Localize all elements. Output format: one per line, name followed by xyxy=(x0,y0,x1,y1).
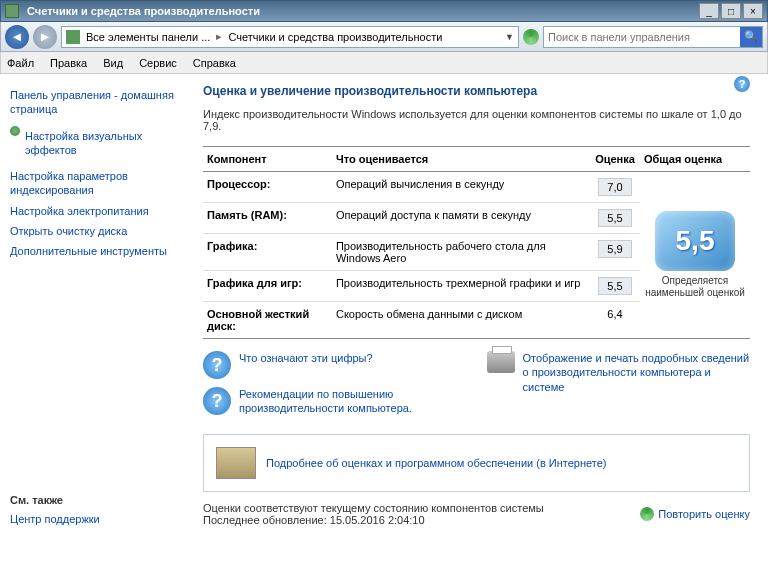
sidebar-power[interactable]: Настройка электропитания xyxy=(10,204,185,218)
sidebar-indexing[interactable]: Настройка параметров индексирования xyxy=(10,169,185,198)
chevron-right-icon: ▸ xyxy=(216,30,222,43)
refresh-icon[interactable] xyxy=(523,29,539,45)
menu-view[interactable]: Вид xyxy=(103,57,123,69)
app-icon xyxy=(5,4,19,18)
score-table: Компонент Что оценивается Оценка Общая о… xyxy=(203,146,750,339)
question-icon: ? xyxy=(203,351,231,379)
component-desc: Скорость обмена данными с диском xyxy=(332,302,590,339)
component-desc: Операций доступа к памяти в секунду xyxy=(332,203,590,234)
printer-icon xyxy=(487,351,515,373)
table-row: Процессор:Операций вычисления в секунду7… xyxy=(203,172,750,203)
software-icon xyxy=(216,447,256,479)
base-score-badge: 5,5 xyxy=(655,211,735,271)
search-button[interactable]: 🔍 xyxy=(740,27,762,47)
menu-file[interactable]: Файл xyxy=(7,57,34,69)
minimize-button[interactable]: _ xyxy=(699,3,719,19)
back-button[interactable]: ◄ xyxy=(5,25,29,49)
page-title: Оценка и увеличение производительности к… xyxy=(203,84,750,98)
sidebar-visual-effects[interactable]: Настройка визуальных эффектов xyxy=(25,129,185,158)
component-desc: Производительность рабочего стола для Wi… xyxy=(332,234,590,271)
sidebar-tools[interactable]: Дополнительные инструменты xyxy=(10,244,185,258)
help-icon[interactable]: ? xyxy=(734,76,750,92)
component-desc: Производительность трехмерной графики и … xyxy=(332,271,590,302)
maximize-button[interactable]: □ xyxy=(721,3,741,19)
page-desc: Индекс производительности Windows исполь… xyxy=(203,108,750,132)
component-name: Графика для игр: xyxy=(203,271,332,302)
link-tips[interactable]: Рекомендации по повышению производительн… xyxy=(239,387,467,416)
last-update: Последнее обновление: 15.05.2016 2:04:10 xyxy=(203,514,544,526)
info-box: Подробнее об оценках и программном обесп… xyxy=(203,434,750,492)
sidebar: Панель управления - домашняя страница На… xyxy=(0,74,195,575)
component-score: 7,0 xyxy=(590,172,640,203)
chevron-down-icon[interactable]: ▼ xyxy=(505,32,514,42)
menu-help[interactable]: Справка xyxy=(193,57,236,69)
search-input[interactable] xyxy=(544,31,740,43)
window-title: Счетчики и средства производительности xyxy=(23,5,699,17)
component-score: 5,5 xyxy=(590,203,640,234)
component-name: Графика: xyxy=(203,234,332,271)
seealso-heading: См. также xyxy=(10,494,185,506)
menu-edit[interactable]: Правка xyxy=(50,57,87,69)
base-score-text: Определяется наименьшей оценкой xyxy=(644,275,746,299)
breadcrumb[interactable]: Счетчики и средства производительности xyxy=(228,31,442,43)
base-score-cell: 5,5Определяется наименьшей оценкой xyxy=(640,172,750,339)
link-more-info[interactable]: Подробнее об оценках и программном обесп… xyxy=(266,457,606,469)
address-bar[interactable]: Все элементы панели ... ▸ Счетчики и сре… xyxy=(61,26,519,48)
close-button[interactable]: × xyxy=(743,3,763,19)
bullet-icon xyxy=(10,126,20,136)
navbar: ◄ ► Все элементы панели ... ▸ Счетчики и… xyxy=(0,22,768,52)
link-print[interactable]: Отображение и печать подробных сведений … xyxy=(523,351,751,394)
breadcrumb[interactable]: Все элементы панели ... xyxy=(86,31,210,43)
search-box[interactable]: 🔍 xyxy=(543,26,763,48)
main-panel: ? Оценка и увеличение производительности… xyxy=(195,74,768,575)
question-icon: ? xyxy=(203,387,231,415)
component-score: 6,4 xyxy=(590,302,640,339)
menu-service[interactable]: Сервис xyxy=(139,57,177,69)
component-name: Процессор: xyxy=(203,172,332,203)
component-score: 5,9 xyxy=(590,234,640,271)
forward-button[interactable]: ► xyxy=(33,25,57,49)
titlebar: Счетчики и средства производительности _… xyxy=(0,0,768,22)
component-score: 5,5 xyxy=(590,271,640,302)
status-text: Оценки соответствуют текущему состоянию … xyxy=(203,502,544,514)
menubar: Файл Правка Вид Сервис Справка xyxy=(0,52,768,74)
panel-icon xyxy=(66,30,80,44)
component-desc: Операций вычисления в секунду xyxy=(332,172,590,203)
link-what-numbers[interactable]: Что означают эти цифры? xyxy=(239,351,373,365)
col-component: Компонент xyxy=(203,147,332,172)
refresh-link[interactable]: Повторить оценку xyxy=(658,508,750,520)
col-base: Общая оценка xyxy=(640,147,750,172)
sidebar-support[interactable]: Центр поддержки xyxy=(10,512,185,526)
component-name: Основной жесткий диск: xyxy=(203,302,332,339)
component-name: Память (RAM): xyxy=(203,203,332,234)
sidebar-cleanup[interactable]: Открыть очистку диска xyxy=(10,224,185,238)
sidebar-home[interactable]: Панель управления - домашняя страница xyxy=(10,88,185,117)
col-score: Оценка xyxy=(590,147,640,172)
refresh-icon xyxy=(640,507,654,521)
col-what: Что оценивается xyxy=(332,147,590,172)
